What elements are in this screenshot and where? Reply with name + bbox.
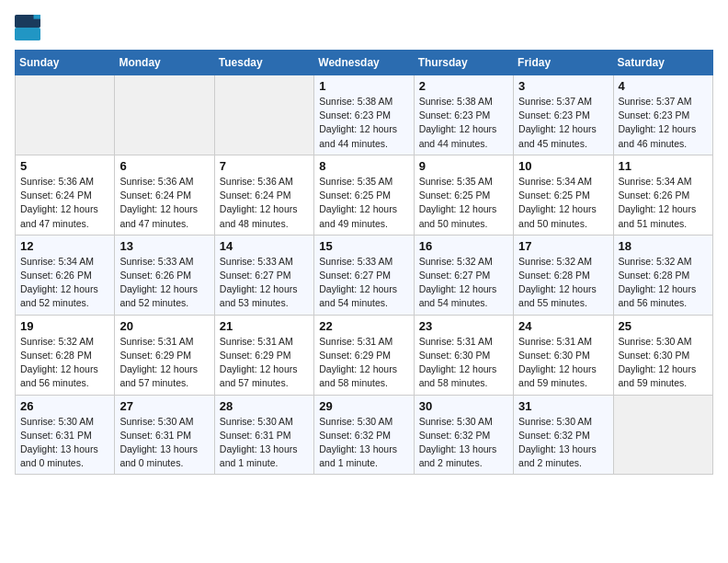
logo-icon [15, 15, 40, 40]
calendar-cell: 15Sunrise: 5:33 AM Sunset: 6:27 PM Dayli… [314, 235, 414, 315]
calendar-cell: 18Sunrise: 5:32 AM Sunset: 6:28 PM Dayli… [613, 235, 712, 315]
day-number: 6 [119, 159, 209, 173]
day-number: 15 [319, 239, 408, 253]
day-info: Sunrise: 5:37 AM Sunset: 6:23 PM Dayligh… [518, 95, 608, 151]
calendar-cell: 21Sunrise: 5:31 AM Sunset: 6:29 PM Dayli… [214, 315, 313, 395]
weekday-header-row: SundayMondayTuesdayWednesdayThursdayFrid… [16, 51, 713, 75]
calendar-cell: 29Sunrise: 5:30 AM Sunset: 6:32 PM Dayli… [314, 395, 414, 475]
day-number: 17 [518, 239, 608, 253]
day-number: 13 [119, 239, 209, 253]
calendar-cell: 16Sunrise: 5:32 AM Sunset: 6:27 PM Dayli… [414, 235, 513, 315]
calendar-cell: 25Sunrise: 5:30 AM Sunset: 6:30 PM Dayli… [613, 315, 712, 395]
day-info: Sunrise: 5:32 AM Sunset: 6:28 PM Dayligh… [619, 255, 708, 311]
day-number: 2 [419, 79, 508, 93]
day-number: 20 [119, 319, 209, 333]
day-info: Sunrise: 5:30 AM Sunset: 6:30 PM Dayligh… [619, 335, 708, 391]
day-number: 5 [20, 159, 109, 173]
calendar-cell [214, 75, 313, 155]
calendar-cell: 12Sunrise: 5:34 AM Sunset: 6:26 PM Dayli… [16, 235, 115, 315]
day-info: Sunrise: 5:34 AM Sunset: 6:26 PM Dayligh… [20, 255, 109, 311]
day-info: Sunrise: 5:33 AM Sunset: 6:27 PM Dayligh… [319, 255, 408, 311]
day-info: Sunrise: 5:36 AM Sunset: 6:24 PM Dayligh… [119, 175, 209, 231]
day-number: 21 [220, 319, 309, 333]
day-info: Sunrise: 5:30 AM Sunset: 6:31 PM Dayligh… [220, 415, 309, 471]
day-number: 30 [419, 399, 508, 413]
day-info: Sunrise: 5:31 AM Sunset: 6:30 PM Dayligh… [419, 335, 508, 391]
day-number: 26 [20, 399, 109, 413]
calendar-cell: 28Sunrise: 5:30 AM Sunset: 6:31 PM Dayli… [214, 395, 313, 475]
calendar-cell: 6Sunrise: 5:36 AM Sunset: 6:24 PM Daylig… [115, 155, 214, 235]
calendar-cell: 31Sunrise: 5:30 AM Sunset: 6:32 PM Dayli… [514, 395, 613, 475]
calendar-cell: 3Sunrise: 5:37 AM Sunset: 6:23 PM Daylig… [514, 75, 613, 155]
day-info: Sunrise: 5:30 AM Sunset: 6:31 PM Dayligh… [20, 415, 109, 471]
day-info: Sunrise: 5:36 AM Sunset: 6:24 PM Dayligh… [220, 175, 309, 231]
day-number: 29 [319, 399, 408, 413]
day-number: 23 [419, 319, 508, 333]
day-number: 22 [319, 319, 408, 333]
day-info: Sunrise: 5:35 AM Sunset: 6:25 PM Dayligh… [319, 175, 408, 231]
day-info: Sunrise: 5:32 AM Sunset: 6:28 PM Dayligh… [20, 335, 109, 391]
day-number: 12 [20, 239, 109, 253]
calendar-cell: 2Sunrise: 5:38 AM Sunset: 6:23 PM Daylig… [414, 75, 513, 155]
day-number: 10 [518, 159, 608, 173]
day-number: 4 [619, 79, 708, 93]
day-number: 1 [319, 79, 408, 93]
calendar-cell: 22Sunrise: 5:31 AM Sunset: 6:29 PM Dayli… [314, 315, 414, 395]
weekday-header: Wednesday [314, 51, 414, 75]
day-info: Sunrise: 5:31 AM Sunset: 6:30 PM Dayligh… [518, 335, 608, 391]
weekday-header: Monday [115, 51, 214, 75]
page-header [15, 15, 713, 40]
day-info: Sunrise: 5:38 AM Sunset: 6:23 PM Dayligh… [419, 95, 508, 151]
calendar-cell: 10Sunrise: 5:34 AM Sunset: 6:25 PM Dayli… [514, 155, 613, 235]
day-info: Sunrise: 5:32 AM Sunset: 6:28 PM Dayligh… [518, 255, 608, 311]
calendar-cell: 4Sunrise: 5:37 AM Sunset: 6:23 PM Daylig… [613, 75, 712, 155]
weekday-header: Thursday [414, 51, 513, 75]
day-info: Sunrise: 5:37 AM Sunset: 6:23 PM Dayligh… [619, 95, 708, 151]
day-info: Sunrise: 5:31 AM Sunset: 6:29 PM Dayligh… [220, 335, 309, 391]
day-number: 9 [419, 159, 508, 173]
calendar-week-row: 19Sunrise: 5:32 AM Sunset: 6:28 PM Dayli… [16, 315, 713, 395]
weekday-header: Sunday [16, 51, 115, 75]
calendar-cell: 8Sunrise: 5:35 AM Sunset: 6:25 PM Daylig… [314, 155, 414, 235]
day-number: 16 [419, 239, 508, 253]
calendar-cell: 11Sunrise: 5:34 AM Sunset: 6:26 PM Dayli… [613, 155, 712, 235]
calendar-cell: 1Sunrise: 5:38 AM Sunset: 6:23 PM Daylig… [314, 75, 414, 155]
calendar-cell [16, 75, 115, 155]
svg-marker-2 [34, 15, 40, 19]
calendar-cell: 20Sunrise: 5:31 AM Sunset: 6:29 PM Dayli… [115, 315, 214, 395]
calendar-cell: 24Sunrise: 5:31 AM Sunset: 6:30 PM Dayli… [514, 315, 613, 395]
day-info: Sunrise: 5:33 AM Sunset: 6:26 PM Dayligh… [119, 255, 209, 311]
calendar-cell: 9Sunrise: 5:35 AM Sunset: 6:25 PM Daylig… [414, 155, 513, 235]
day-number: 31 [518, 399, 608, 413]
day-info: Sunrise: 5:34 AM Sunset: 6:25 PM Dayligh… [518, 175, 608, 231]
day-number: 28 [220, 399, 309, 413]
day-number: 7 [220, 159, 309, 173]
calendar-cell: 19Sunrise: 5:32 AM Sunset: 6:28 PM Dayli… [16, 315, 115, 395]
calendar-cell: 17Sunrise: 5:32 AM Sunset: 6:28 PM Dayli… [514, 235, 613, 315]
day-info: Sunrise: 5:32 AM Sunset: 6:27 PM Dayligh… [419, 255, 508, 311]
weekday-header: Friday [514, 51, 613, 75]
day-number: 18 [619, 239, 708, 253]
day-info: Sunrise: 5:35 AM Sunset: 6:25 PM Dayligh… [419, 175, 508, 231]
day-info: Sunrise: 5:34 AM Sunset: 6:26 PM Dayligh… [619, 175, 708, 231]
calendar-cell: 14Sunrise: 5:33 AM Sunset: 6:27 PM Dayli… [214, 235, 313, 315]
calendar-cell [613, 395, 712, 475]
day-info: Sunrise: 5:38 AM Sunset: 6:23 PM Dayligh… [319, 95, 408, 151]
logo [15, 15, 44, 40]
day-info: Sunrise: 5:31 AM Sunset: 6:29 PM Dayligh… [319, 335, 408, 391]
day-info: Sunrise: 5:30 AM Sunset: 6:32 PM Dayligh… [319, 415, 408, 471]
calendar-cell: 27Sunrise: 5:30 AM Sunset: 6:31 PM Dayli… [115, 395, 214, 475]
calendar-cell: 7Sunrise: 5:36 AM Sunset: 6:24 PM Daylig… [214, 155, 313, 235]
day-number: 27 [119, 399, 209, 413]
calendar-cell [115, 75, 214, 155]
day-info: Sunrise: 5:30 AM Sunset: 6:32 PM Dayligh… [419, 415, 508, 471]
day-info: Sunrise: 5:30 AM Sunset: 6:32 PM Dayligh… [518, 415, 608, 471]
calendar-cell: 30Sunrise: 5:30 AM Sunset: 6:32 PM Dayli… [414, 395, 513, 475]
day-info: Sunrise: 5:36 AM Sunset: 6:24 PM Dayligh… [20, 175, 109, 231]
calendar-week-row: 12Sunrise: 5:34 AM Sunset: 6:26 PM Dayli… [16, 235, 713, 315]
calendar-cell: 13Sunrise: 5:33 AM Sunset: 6:26 PM Dayli… [115, 235, 214, 315]
day-number: 19 [20, 319, 109, 333]
day-number: 14 [220, 239, 309, 253]
day-info: Sunrise: 5:33 AM Sunset: 6:27 PM Dayligh… [220, 255, 309, 311]
day-number: 25 [619, 319, 708, 333]
